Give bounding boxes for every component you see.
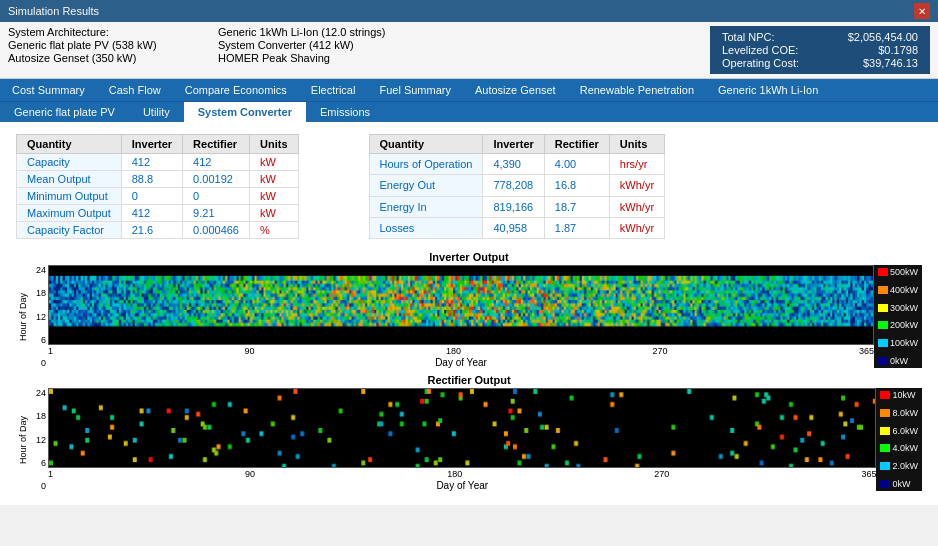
rectifier-yticks: 24181260 [30, 388, 48, 491]
inverter-chart: Inverter Output Hour of Day 24181260 190… [16, 251, 922, 368]
content-area: QuantityInverterRectifierUnitsCapacity41… [0, 122, 938, 505]
nav-tabs: Cost SummaryCash FlowCompare EconomicsEl… [0, 79, 938, 101]
rectifier-canvas-wrap [48, 388, 876, 468]
coe-value: $0.1798 [878, 44, 918, 56]
system-info-bar: System Architecture: Generic 1kWh Li-Ion… [0, 22, 938, 79]
total-npc-label: Total NPC: [722, 31, 775, 43]
inverter-legend: 500kW400kW300kW200kW100kW0kW [874, 265, 922, 368]
table2: QuantityInverterRectifierUnitsHours of O… [369, 134, 666, 239]
sub-tabs: Generic flat plate PVUtilitySystem Conve… [0, 101, 938, 122]
inverter-chart-title: Inverter Output [16, 251, 922, 263]
total-npc-value: $2,056,454.00 [848, 31, 918, 43]
nav-tab-compare-economics[interactable]: Compare Economics [173, 79, 299, 101]
coe-label: Levelized COE: [722, 44, 798, 56]
sub-tab-utility[interactable]: Utility [129, 102, 184, 122]
sub-tab-generic-flat-plate-pv[interactable]: Generic flat plate PV [0, 102, 129, 122]
rectifier-chart-ylabel: Hour of Day [16, 388, 30, 491]
rectifier-xlabel: Day of Year [48, 480, 876, 491]
system-details: System Architecture: Generic 1kWh Li-Ion… [8, 26, 386, 64]
inverter-xticks: 190180270365 [48, 345, 874, 357]
charts-area: Inverter Output Hour of Day 24181260 190… [8, 251, 930, 491]
nav-tab-autosize-genset[interactable]: Autosize Genset [463, 79, 568, 101]
nav-tab-generic-1kwh-li-ion[interactable]: Generic 1kWh Li-Ion [706, 79, 830, 101]
nav-tab-cash-flow[interactable]: Cash Flow [97, 79, 173, 101]
sub-tab-emissions[interactable]: Emissions [306, 102, 384, 122]
title-bar: Simulation Results ✕ [0, 0, 938, 22]
inverter-xlabel: Day of Year [48, 357, 874, 368]
rectifier-canvas [49, 389, 875, 467]
inverter-chart-ylabel: Hour of Day [16, 265, 30, 368]
rectifier-xticks: 190180270365 [48, 468, 876, 480]
arch-value: Generic 1kWh Li-Ion (12.0 strings) [218, 26, 386, 38]
tables-row: QuantityInverterRectifierUnitsCapacity41… [8, 130, 930, 243]
close-button[interactable]: ✕ [914, 3, 930, 19]
genset-label: Autosize Genset (350 kW) [8, 52, 208, 64]
sub-tab-system-converter[interactable]: System Converter [184, 102, 306, 122]
rectifier-chart-title: Rectifier Output [16, 374, 922, 386]
pv-label: Generic flat plate PV (538 kW) [8, 39, 208, 51]
op-cost-value: $39,746.13 [863, 57, 918, 69]
nav-tab-renewable-penetration[interactable]: Renewable Penetration [568, 79, 706, 101]
rectifier-legend: 10kW8.0kW6.0kW4.0kW2.0kW0kW [876, 388, 922, 491]
nav-tab-cost-summary[interactable]: Cost Summary [0, 79, 97, 101]
inverter-yticks: 24181260 [30, 265, 48, 368]
inverter-canvas [49, 266, 873, 344]
pv-value: System Converter (412 kW) [218, 39, 386, 51]
npc-summary-box: Total NPC: $2,056,454.00 Levelized COE: … [710, 26, 930, 74]
genset-value: HOMER Peak Shaving [218, 52, 386, 64]
rectifier-chart: Rectifier Output Hour of Day 24181260 19… [16, 374, 922, 491]
table1: QuantityInverterRectifierUnitsCapacity41… [16, 134, 299, 239]
arch-label: System Architecture: [8, 26, 208, 38]
window-title: Simulation Results [8, 5, 99, 17]
nav-tab-fuel-summary[interactable]: Fuel Summary [367, 79, 463, 101]
op-cost-label: Operating Cost: [722, 57, 799, 69]
nav-tab-electrical[interactable]: Electrical [299, 79, 368, 101]
inverter-canvas-wrap [48, 265, 874, 345]
